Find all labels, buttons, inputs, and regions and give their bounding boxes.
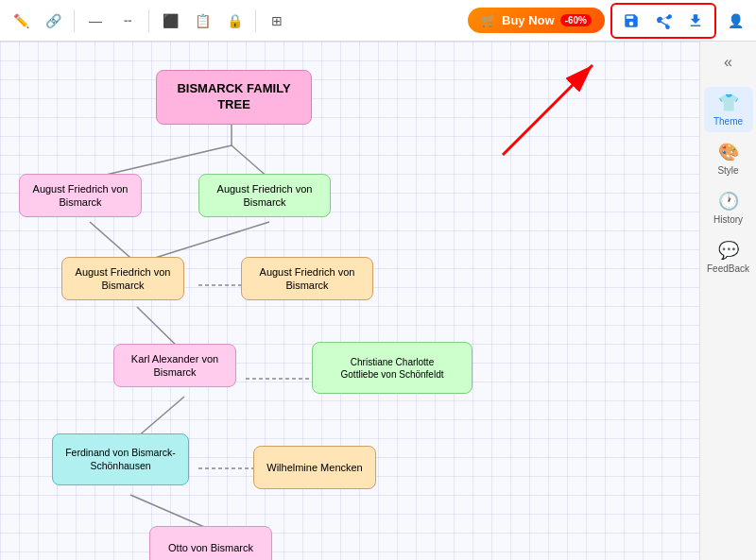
discount-badge: -60% [560, 14, 592, 26]
move-icon[interactable]: ⬛ [157, 8, 183, 34]
sidebar-item-style[interactable]: 🎨 Style [704, 136, 753, 181]
sidebar-item-theme[interactable]: 👕 Theme [704, 87, 753, 132]
export-button[interactable] [682, 8, 709, 34]
pencil-icon[interactable]: ✏️ [8, 8, 34, 34]
sidebar-style-label: Style [717, 165, 738, 176]
sidebar-item-feedback[interactable]: 💬 FeedBack [704, 234, 753, 280]
node-august-4-text: August Friedrich vonBismarck [260, 265, 355, 293]
node-christiane-text: Christiane CharlotteGottliebe von Schönf… [341, 356, 444, 381]
buy-now-button[interactable]: 🛒 Buy Now -60% [468, 8, 605, 33]
user-icon[interactable]: 👤 [722, 8, 748, 34]
node-august-3[interactable]: August Friedrich vonBismarck [61, 257, 184, 300]
node-karl-text: Karl Alexander vonBismarck [131, 352, 218, 380]
feedback-icon: 💬 [718, 240, 739, 261]
node-ferdinand-text: Ferdinand von Bismarck-Schönhausen [65, 447, 176, 472]
copy-icon[interactable]: 📋 [189, 8, 215, 34]
sidebar-feedback-label: FeedBack [707, 263, 749, 274]
collapse-button[interactable]: « [715, 49, 742, 76]
red-arrow-annotation [446, 51, 635, 164]
sidebar-theme-label: Theme [713, 116, 743, 127]
action-buttons-group [610, 3, 716, 39]
table-icon[interactable]: ⊞ [264, 8, 290, 34]
line-solid-icon[interactable]: — [82, 8, 109, 34]
right-sidebar: « 👕 Theme 🎨 Style 🕐 History 💬 FeedBack [699, 42, 756, 560]
node-august-2-text: August Friedrich vonBismarck [217, 182, 313, 210]
line-dash-icon[interactable]: ╌ [114, 8, 141, 34]
buy-now-label: Buy Now [502, 13, 555, 27]
lock-icon[interactable]: 🔒 [221, 8, 248, 34]
save-button[interactable] [618, 8, 644, 34]
toolbar: ✏️ 🔗 — ╌ ⬛ 📋 🔒 ⊞ 🛒 Buy Now -60% 👤 [0, 0, 756, 42]
canvas[interactable]: BISMARCK FAMILY TREE August Friedrich vo… [0, 42, 699, 560]
sidebar-history-label: History [713, 214, 743, 225]
theme-icon: 👕 [718, 93, 739, 113]
sidebar-item-history[interactable]: 🕐 History [704, 185, 753, 230]
separator2 [148, 9, 149, 32]
node-wilhelmine-text: Wilhelmine Mencken [266, 461, 362, 474]
node-august-2[interactable]: August Friedrich vonBismarck [198, 174, 331, 217]
share-button[interactable] [650, 8, 677, 34]
node-ferdinand[interactable]: Ferdinand von Bismarck-Schönhausen [52, 433, 189, 485]
svg-line-12 [503, 65, 593, 155]
main-area: BISMARCK FAMILY TREE August Friedrich vo… [0, 42, 756, 560]
node-christiane[interactable]: Christiane CharlotteGottliebe von Schönf… [312, 342, 472, 394]
cart-icon: 🛒 [481, 13, 496, 27]
title-text: BISMARCK FAMILY TREE [166, 81, 301, 113]
title-node[interactable]: BISMARCK FAMILY TREE [156, 70, 312, 125]
separator [74, 9, 75, 32]
history-icon: 🕐 [718, 191, 739, 212]
node-karl[interactable]: Karl Alexander vonBismarck [113, 344, 236, 387]
node-august-4[interactable]: August Friedrich vonBismarck [241, 257, 373, 300]
node-august-3-text: August Friedrich vonBismarck [76, 265, 171, 293]
node-august-1[interactable]: August Friedrich vonBismarck [19, 174, 142, 217]
style-icon: 🎨 [718, 142, 739, 162]
node-otto[interactable]: Otto von Bismarck [149, 526, 272, 560]
connect-icon[interactable]: 🔗 [40, 8, 66, 34]
separator3 [255, 9, 256, 32]
node-otto-text: Otto von Bismarck [168, 541, 253, 554]
node-august-1-text: August Friedrich vonBismarck [33, 182, 129, 210]
node-wilhelmine[interactable]: Wilhelmine Mencken [253, 446, 376, 489]
